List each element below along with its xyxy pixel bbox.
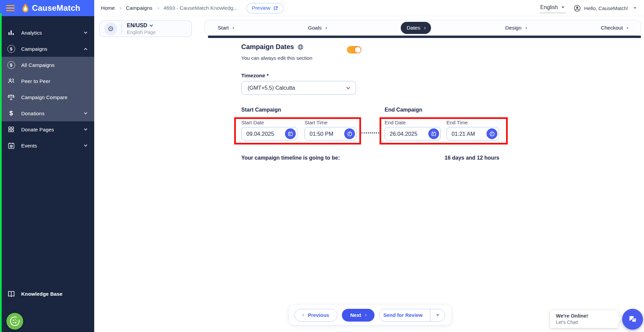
chevron-right-icon (157, 7, 159, 9)
step-design[interactable]: Design (505, 25, 527, 31)
language-selector[interactable]: English (540, 3, 566, 13)
chevron-left-icon (302, 314, 305, 316)
start-time-clock-button[interactable] (344, 128, 355, 139)
chat-status-card[interactable]: We're Online! Let's Chat! (550, 310, 618, 328)
external-link-icon (273, 6, 278, 11)
chevron-down-icon (84, 30, 87, 34)
step-dates[interactable]: Dates (401, 22, 431, 34)
user-greeting: Hello, CauseMatch! (584, 5, 628, 11)
start-date-calendar-button[interactable] (285, 128, 296, 139)
preview-button-label: Preview (252, 5, 270, 11)
locale-text: EN/USD English Page (127, 23, 155, 35)
timezone-value: (GMT+5.5) Calcutta (248, 85, 295, 91)
dollar-circle-icon (7, 44, 15, 53)
step-start[interactable]: Start (218, 25, 234, 31)
page: CauseMatch Home Campaigns 4693 - CauseMa… (0, 0, 644, 332)
dollar-circle-icon (7, 60, 15, 69)
breadcrumb-campaigns[interactable]: Campaigns (126, 5, 152, 11)
section-enabled-toggle[interactable] (347, 46, 361, 53)
stepper-underbar (208, 36, 641, 38)
timeline-value: 16 days and 12 hours (432, 155, 499, 161)
send-for-review-button[interactable]: Send for Review (379, 312, 427, 318)
chat-bubbles-icon (628, 314, 638, 324)
language-value: English (540, 4, 558, 10)
chevron-right-icon (232, 27, 234, 29)
locale-switcher[interactable]: ⚙︎ EN/USD English Page (100, 20, 192, 37)
start-date-label: Start Date (241, 120, 264, 125)
sidebar-item-donations[interactable]: Donations (0, 105, 94, 121)
chevron-right-icon (525, 27, 527, 29)
chevron-down-icon (346, 85, 350, 89)
breadcrumb-current: 4693 - CauseMatch Knowledg... (164, 5, 238, 11)
locale-value: EN/USD (127, 23, 147, 29)
flame-icon (21, 3, 30, 13)
previous-button[interactable]: Previous (294, 309, 337, 322)
dotted-connector (361, 132, 379, 133)
preview-button[interactable]: Preview (246, 3, 284, 13)
end-time-field (446, 127, 499, 140)
sidebar-item-donate-pages[interactable]: Donate Pages (0, 121, 94, 137)
sidebar-item-events[interactable]: Events (0, 137, 94, 154)
start-date-input[interactable] (246, 131, 280, 137)
brand-logo[interactable]: CauseMatch (21, 3, 80, 13)
end-time-input[interactable] (452, 131, 481, 137)
gear-icon: ⚙︎ (104, 23, 117, 35)
globe-icon (297, 44, 303, 50)
sidebar-item-all-campaigns[interactable]: All Campaigns (0, 57, 94, 73)
end-time-clock-button[interactable] (487, 128, 497, 139)
chat-cta-text: Let's Chat! (556, 320, 618, 325)
chat-button[interactable] (622, 309, 643, 330)
chevron-right-icon (119, 7, 121, 9)
chevron-down-icon (84, 111, 87, 114)
start-time-input[interactable] (310, 131, 339, 137)
step-checkout[interactable]: Checkout (601, 25, 628, 31)
chevron-down-icon (150, 23, 153, 27)
calendar-icon (7, 141, 15, 150)
locale-subtitle: English Page (127, 30, 155, 35)
next-button[interactable]: Next (342, 309, 374, 322)
sidebar-item-campaigns[interactable]: Campaigns (0, 41, 94, 57)
timezone-label: Timezone * (241, 73, 269, 79)
campaign-stepper: Start Goals Dates Design Checkout (205, 20, 641, 36)
end-date-calendar-button[interactable] (428, 128, 439, 139)
cookie-consent-button[interactable] (6, 313, 23, 330)
book-icon (7, 289, 15, 298)
screen-edge-indicator (0, 13, 2, 332)
top-header: CauseMatch Home Campaigns 4693 - CauseMa… (0, 0, 644, 16)
end-date-input[interactable] (390, 131, 423, 137)
breadcrumb-home[interactable]: Home (101, 5, 115, 11)
chevron-right-icon (626, 27, 628, 29)
chevron-up-icon (84, 48, 87, 51)
brand-block: CauseMatch (0, 0, 94, 16)
user-menu[interactable]: Hello, CauseMatch! (573, 4, 637, 12)
sidebar-item-campaign-compare[interactable]: Campaign Compare (0, 89, 94, 105)
grid-icon (7, 125, 15, 134)
chevron-down-icon (84, 143, 87, 147)
hamburger-menu-icon[interactable] (6, 4, 15, 13)
end-date-label: End Date (385, 120, 406, 125)
send-for-review-dropdown[interactable] (430, 309, 445, 321)
step-goals[interactable]: Goals (308, 25, 327, 31)
breadcrumb: Home Campaigns 4693 - CauseMatch Knowled… (101, 0, 284, 16)
sidebar: Analytics Campaigns All Campaigns (0, 16, 94, 332)
section-title: Campaign Dates (241, 43, 303, 51)
brand-name: CauseMatch (32, 3, 80, 13)
sidebar-item-analytics[interactable]: Analytics (0, 25, 94, 41)
start-time-field (305, 127, 357, 140)
sidebar-item-peer-to-peer[interactable]: Peer to Peer (0, 73, 94, 89)
timeline-label: Your campaign timeline is going to be: (241, 155, 340, 161)
chevron-down-icon (84, 127, 87, 130)
caret-down-icon (562, 6, 565, 8)
sidebar-item-knowledge-base[interactable]: Knowledge Base (0, 286, 94, 302)
timezone-select[interactable]: (GMT+5.5) Calcutta (241, 81, 356, 95)
bar-chart-icon (7, 28, 15, 37)
start-date-field (241, 127, 297, 140)
avatar-icon (573, 4, 581, 12)
start-time-label: Start Time (305, 120, 327, 125)
start-campaign-title: Start Campaign (241, 107, 281, 113)
send-for-review-group: Send for Review (379, 309, 445, 322)
chevron-right-icon (364, 314, 366, 316)
dollar-icon (7, 109, 15, 118)
end-date-field (385, 127, 441, 140)
end-campaign-title: End Campaign (385, 107, 422, 113)
